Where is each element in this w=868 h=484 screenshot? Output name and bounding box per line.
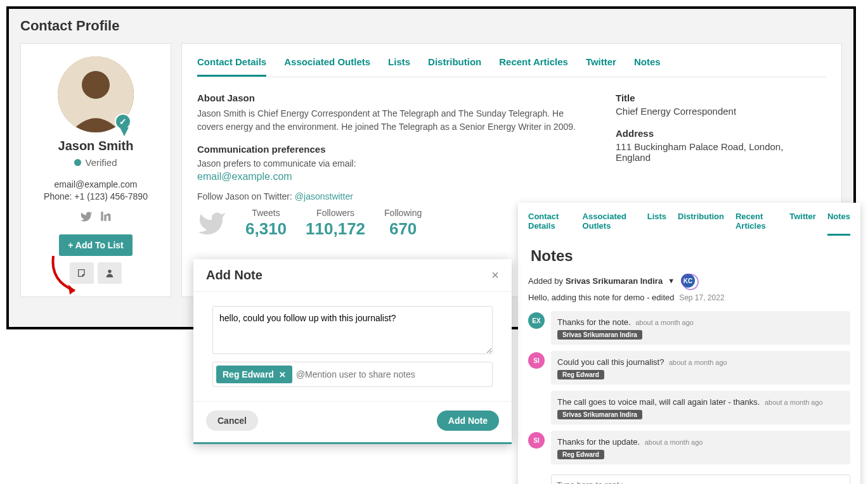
comment-body: Could you call this journalist? about a … — [551, 351, 850, 385]
tab-associated-outlets[interactable]: Associated Outlets — [284, 56, 370, 77]
comment-row: EXThanks for the note. about a month ago… — [528, 311, 850, 345]
comment-row: SICould you call this journalist? about … — [528, 351, 850, 385]
comm-email-link[interactable]: email@example.com — [197, 171, 578, 182]
notes-tab-distribution[interactable]: Distribution — [678, 212, 724, 236]
modal-title: Add Note — [206, 268, 262, 283]
add-note-button[interactable]: Add Note — [437, 411, 499, 431]
notes-tab-associated-outlets[interactable]: Associated Outlets — [583, 212, 636, 236]
notes-title: Notes — [531, 247, 850, 265]
add-note-modal: Add Note × Reg Edward ✕ Cancel Add Note — [193, 259, 512, 444]
user-badge-icon: KC — [681, 274, 695, 288]
comment-author-chip: Srivas Srikumaran Indira — [557, 410, 642, 419]
comment-avatar-icon: EX — [528, 312, 545, 329]
close-icon[interactable]: × — [491, 268, 499, 283]
following-label: Following — [384, 208, 422, 218]
tweets-value: 6,310 — [245, 219, 287, 239]
about-heading: About Jason — [197, 92, 578, 103]
tab-distribution[interactable]: Distribution — [428, 56, 481, 77]
comment-avatar-icon: SI — [528, 432, 545, 449]
chevron-down-icon[interactable]: ▼ — [668, 277, 675, 284]
notes-tab-twitter[interactable]: Twitter — [789, 212, 816, 236]
tweets-label: Tweets — [245, 208, 287, 218]
note-button[interactable] — [70, 262, 94, 284]
linkedin-icon[interactable] — [99, 210, 112, 223]
comment-body: Thanks for the note. about a month agoSr… — [551, 311, 850, 345]
comment-author-chip: Reg Edward — [557, 450, 604, 459]
twitter-line: Follow Jason on Twitter: @jasonstwitter — [197, 191, 578, 201]
address-label: Address — [616, 128, 806, 139]
page-title: Contact Profile — [20, 18, 842, 34]
followers-label: Followers — [306, 208, 365, 218]
twitter-handle-link[interactable]: @jasonstwitter — [295, 191, 353, 201]
cancel-button[interactable]: Cancel — [206, 411, 258, 431]
notes-tab-notes[interactable]: Notes — [827, 212, 850, 236]
twitter-bird-icon — [197, 209, 226, 238]
add-to-list-button[interactable]: + Add To List — [59, 234, 133, 256]
notes-tab-row: Contact DetailsAssociated OutletsListsDi… — [528, 203, 850, 236]
contact-sidebar: Jason Smith Verified email@example.com P… — [20, 43, 171, 297]
comment-avatar-icon: SI — [528, 352, 545, 369]
tab-notes[interactable]: Notes — [634, 56, 661, 77]
comment-row: The call goes to voice mail, will call a… — [528, 391, 850, 424]
twitter-icon[interactable] — [80, 210, 93, 223]
notes-tab-recent-articles[interactable]: Recent Articles — [735, 212, 778, 236]
mention-row: Reg Edward ✕ — [212, 362, 493, 387]
avatar — [58, 56, 134, 132]
notes-tab-lists[interactable]: Lists — [647, 212, 666, 236]
verified-label: Verified — [30, 157, 162, 168]
mention-input[interactable] — [296, 369, 489, 379]
followers-value: 110,172 — [306, 219, 365, 239]
svg-point-2 — [108, 270, 111, 273]
tab-recent-articles[interactable]: Recent Articles — [499, 56, 568, 77]
title-label: Title — [616, 92, 806, 103]
contact-phone-text: Phone: +1 (123) 456-7890 — [30, 191, 162, 201]
tab-twitter[interactable]: Twitter — [586, 56, 616, 77]
mention-chip[interactable]: Reg Edward ✕ — [216, 366, 292, 383]
about-body: Jason Smith is Chief Energy Corresponden… — [197, 107, 578, 134]
svg-point-1 — [82, 71, 110, 99]
title-value: Chief Energy Correspondent — [616, 106, 806, 117]
contact-email-text: email@example.com — [30, 179, 162, 189]
note-textarea[interactable] — [212, 306, 493, 354]
remove-chip-icon[interactable]: ✕ — [279, 370, 286, 379]
notes-tab-contact-details[interactable]: Contact Details — [528, 212, 571, 236]
contact-name: Jason Smith — [30, 139, 162, 153]
tab-lists[interactable]: Lists — [388, 56, 410, 77]
comment-row: SIThanks for the update. about a month a… — [528, 431, 850, 464]
verified-dot-icon — [74, 159, 81, 166]
tab-row: Contact DetailsAssociated OutletsListsDi… — [197, 44, 826, 77]
following-value: 670 — [384, 219, 422, 239]
comment-body: Thanks for the update. about a month ago… — [551, 431, 850, 464]
comment-author-chip: Reg Edward — [557, 370, 604, 379]
comment-author-chip: Srivas Srikumaran Indira — [557, 330, 642, 340]
address-value: 111 Buckingham Palace Road, London, Engl… — [616, 141, 806, 163]
comm-heading: Communication preferences — [197, 144, 578, 155]
notes-panel: Contact DetailsAssociated OutletsListsDi… — [518, 203, 860, 484]
tab-contact-details[interactable]: Contact Details — [197, 56, 266, 77]
reply-input[interactable] — [551, 474, 850, 484]
person-button[interactable] — [98, 262, 122, 284]
note-summary: Hello, adding this note for demo - edite… — [528, 293, 850, 302]
comm-text: Jason prefers to communicate via email: — [197, 158, 578, 169]
added-by-row: Added by Srivas Srikumaran Indira ▼ KC — [528, 274, 850, 288]
comment-body: The call goes to voice mail, will call a… — [551, 391, 850, 424]
